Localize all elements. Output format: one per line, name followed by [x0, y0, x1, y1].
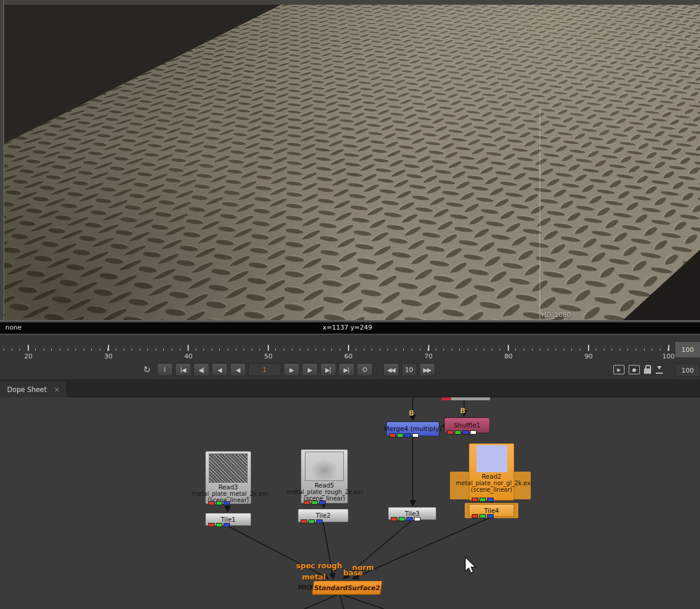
- node-merge4[interactable]: Merge4 (multiply): [386, 422, 439, 436]
- b-input-label: B: [409, 409, 414, 417]
- play-forward-button[interactable]: ▶: [302, 363, 318, 376]
- status-none-label: none: [5, 324, 21, 331]
- playback-range-field[interactable]: 100: [675, 364, 700, 377]
- viewer-top-border: [0, 0, 700, 5]
- close-icon[interactable]: ×: [54, 386, 60, 394]
- current-frame-field[interactable]: 1: [248, 363, 281, 376]
- ruler-label: 70: [425, 353, 433, 360]
- viewer-panel[interactable]: HD_1080: [0, 0, 700, 320]
- next-keyframe-button[interactable]: ▶|: [320, 363, 336, 376]
- clipped-node-above[interactable]: [442, 397, 490, 400]
- node-tile4-selected[interactable]: Tile4: [469, 504, 514, 517]
- channel-chips: [208, 523, 230, 527]
- channel-chips: [447, 430, 476, 434]
- save-frame-icon[interactable]: [655, 366, 663, 374]
- node-connections: [0, 397, 700, 609]
- jump-forward-button[interactable]: ▶▶: [419, 363, 435, 376]
- ruler-label: 20: [24, 353, 32, 360]
- step-forward-button[interactable]: ▶: [284, 363, 300, 376]
- in-marker-button[interactable]: I: [157, 363, 173, 376]
- node-read3[interactable]: Read3 metal_plate_metal_2k.exr (scene_li…: [205, 451, 251, 504]
- nuke-window: HD_1080 none x=1137 y=249 20304050607080…: [0, 0, 700, 609]
- read2-thumbnail: [476, 445, 507, 472]
- tab-dope-sheet[interactable]: Dope Sheet ×: [0, 382, 67, 397]
- channel-chips: [472, 514, 494, 518]
- cursor-coordinates: x=1137 y=249: [323, 324, 372, 331]
- channel-chips: [391, 517, 420, 521]
- stop-button[interactable]: O: [357, 363, 373, 376]
- input-label-spec-rough: spec rough: [296, 561, 342, 570]
- ruler-labels: 2030405060708090100: [0, 348, 673, 361]
- goto-end-button[interactable]: ▶|: [339, 363, 354, 376]
- channel-chips: [389, 433, 419, 437]
- loop-mode-icon[interactable]: ↻: [143, 364, 151, 375]
- panel-tab-row: Dope Sheet ×: [0, 382, 700, 397]
- mouse-cursor: [465, 557, 480, 575]
- timeline-ruler[interactable]: 2030405060708090100 100: [0, 335, 700, 361]
- format-boundary-left: [4, 0, 4, 320]
- input-label-norm: norm: [352, 563, 374, 572]
- play-backward-button[interactable]: ◀: [212, 363, 228, 376]
- prev-keyframe-button[interactable]: ◀|: [193, 363, 209, 376]
- node-read5[interactable]: Read5 metal_plate_rough_2k.exr (scene_li…: [301, 449, 348, 503]
- range-end-field[interactable]: 100: [675, 342, 700, 357]
- input-label-metal: metal: [302, 572, 326, 581]
- surface-node-prefix: MtlX: [298, 584, 314, 591]
- tab-label: Dope Sheet: [7, 386, 47, 394]
- node-tile2[interactable]: Tile2: [298, 509, 349, 522]
- node-mtlx-standard-surface2[interactable]: StandardSurface2: [311, 581, 382, 595]
- channel-chips: [208, 501, 230, 505]
- ruler-label: 30: [104, 353, 113, 360]
- ruler-label: 60: [344, 353, 353, 360]
- b-input-label: B: [460, 407, 465, 415]
- format-boundary-right: [540, 110, 540, 320]
- read3-thumbnail: [209, 453, 248, 483]
- node-read2-selected[interactable]: Read2 metal_plate_nor_gl_2k.exr (scene_l…: [469, 443, 514, 501]
- transport-bar: ↻ I |◀ ◀| ◀ ◀ 1 ▶ ▶ ▶| ▶| O ◀◀ 10 ▶▶ ▶ ●…: [0, 361, 700, 379]
- node-tile1[interactable]: Tile1: [205, 513, 251, 526]
- lock-range-icon[interactable]: [644, 368, 651, 374]
- ruler-label: 40: [184, 353, 192, 360]
- ruler-label: 100: [662, 353, 675, 360]
- format-label: HD_1080: [541, 311, 571, 319]
- ruler-label: 90: [584, 353, 593, 360]
- node-shuffle1[interactable]: Shuffle1: [444, 417, 490, 433]
- goto-start-button[interactable]: |◀: [175, 363, 191, 376]
- flipbook-icon[interactable]: ▶: [613, 365, 625, 374]
- channel-chips: [472, 498, 494, 502]
- ruler-label: 50: [264, 353, 272, 360]
- read5-thumbnail: [305, 452, 344, 481]
- frame-increment-field[interactable]: 10: [402, 363, 417, 376]
- node-tile3[interactable]: Tile3: [388, 507, 436, 520]
- channel-chips: [304, 501, 326, 505]
- step-backward-button[interactable]: ◀: [230, 363, 246, 376]
- node-graph-panel[interactable]: B B Merge4 (multiply) Shuffle1 Read3 met…: [0, 397, 700, 609]
- ruler-label: 80: [504, 353, 512, 360]
- viewer-status-bar: none x=1137 y=249: [0, 322, 700, 334]
- jump-back-button[interactable]: ◀◀: [383, 363, 399, 376]
- capture-icon[interactable]: ●: [629, 365, 640, 374]
- channel-chips: [301, 519, 323, 524]
